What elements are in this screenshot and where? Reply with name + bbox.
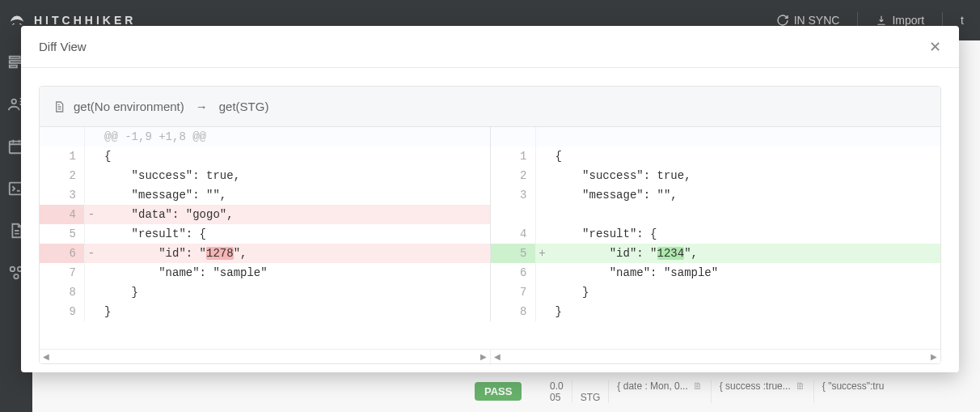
code-left: "success": true,: [98, 166, 490, 185]
code-left: }: [98, 302, 490, 321]
line-number-left: 8: [40, 282, 85, 302]
code-left: {: [98, 147, 490, 166]
diff-row: 8 }7 }: [40, 282, 940, 302]
file-icon: [53, 100, 65, 113]
diff-row: 6- "id": "1278",5+ "id": "1234",: [40, 244, 940, 263]
line-number-left: 7: [40, 263, 85, 282]
close-icon[interactable]: ✕: [929, 38, 941, 56]
diff-row: 9}8}: [40, 302, 940, 321]
code-right: }: [549, 282, 941, 302]
code-left: }: [98, 282, 490, 302]
diff-row: 7 "name": "sample"6 "name": "sample": [40, 263, 940, 282]
diff-sign: [85, 166, 98, 185]
line-number-right: 4: [491, 224, 536, 244]
diff-sign: [536, 185, 549, 205]
diff-sign: [536, 282, 549, 302]
code-right: "message": "",: [549, 185, 941, 205]
line-number-right: 6: [491, 263, 536, 282]
diff-sign: +: [536, 244, 549, 263]
diff-row: 4- "data": "gogo",: [40, 205, 940, 224]
diff-sign: [85, 185, 98, 205]
code-right: "result": {: [549, 224, 941, 244]
diff-sign: -: [85, 244, 98, 263]
line-number-left: 6: [40, 244, 85, 263]
diff-scrollbars[interactable]: ◀▶ ◀▶: [40, 349, 940, 363]
diff-sign: [536, 205, 549, 224]
line-number-right: 5: [491, 244, 536, 263]
line-number-left: 9: [40, 302, 85, 321]
arrow-icon: →: [196, 100, 208, 113]
line-number-left: 4: [40, 205, 85, 224]
diff-row: 5 "result": {4 "result": {: [40, 224, 940, 244]
line-number-right: 2: [491, 166, 536, 185]
line-number-right: 7: [491, 282, 536, 302]
diff-sign: [85, 127, 98, 147]
diff-row: 2 "success": true,2 "success": true,: [40, 166, 940, 185]
caption-left: get(No environment): [74, 100, 184, 113]
code-left: @@ -1,9 +1,8 @@: [98, 127, 490, 147]
diff-row: 3 "message": "",3 "message": "",: [40, 185, 940, 205]
scroll-left-icon[interactable]: ◀: [43, 352, 49, 361]
scroll-right-icon[interactable]: ▶: [931, 352, 937, 361]
caption-right: get(STG): [219, 100, 269, 113]
diff-caption: get(No environment) → get(STG): [40, 87, 940, 127]
diff-view-modal: Diff View ✕ get(No environment) → get(ST…: [21, 26, 959, 372]
code-left: "message": "",: [98, 185, 490, 205]
code-left: "name": "sample": [98, 263, 490, 282]
modal-body: get(No environment) → get(STG) @@ -1,9 +…: [21, 68, 959, 372]
code-right: {: [549, 147, 941, 166]
line-number-left: 5: [40, 224, 85, 244]
diff-row: 1{1{: [40, 147, 940, 166]
diff-grid[interactable]: @@ -1,9 +1,8 @@1{1{2 "success": true,2 "…: [40, 127, 940, 349]
code-right: "success": true,: [549, 166, 941, 185]
line-number-right: 3: [491, 185, 536, 205]
diff-sign: [536, 147, 549, 166]
line-number-right: 8: [491, 302, 536, 321]
diff-sign: -: [85, 205, 98, 224]
code-right: [549, 127, 941, 147]
line-number-right: [491, 205, 536, 224]
diff-sign: [85, 263, 98, 282]
line-number-right: [491, 127, 536, 147]
diff-sign: [536, 263, 549, 282]
line-number-left: 3: [40, 185, 85, 205]
diff-sign: [536, 127, 549, 147]
diff-sign: [536, 302, 549, 321]
line-number-left: 1: [40, 147, 85, 166]
modal-header: Diff View ✕: [21, 26, 959, 68]
diff-sign: [85, 224, 98, 244]
diff-sign: [85, 302, 98, 321]
diff-container: get(No environment) → get(STG) @@ -1,9 +…: [39, 86, 941, 364]
diff-row: @@ -1,9 +1,8 @@: [40, 127, 940, 147]
line-number-right: 1: [491, 147, 536, 166]
code-right: }: [549, 302, 941, 321]
code-left: "result": {: [98, 224, 490, 244]
scroll-right-icon[interactable]: ▶: [480, 352, 487, 361]
diff-sign: [536, 166, 549, 185]
diff-sign: [85, 147, 98, 166]
line-number-left: 2: [40, 166, 85, 185]
code-right: "id": "1234",: [549, 244, 941, 263]
code-right: [549, 205, 941, 224]
scroll-left-icon[interactable]: ◀: [494, 352, 501, 361]
code-left: "data": "gogo",: [98, 205, 490, 224]
line-number-left: [40, 127, 85, 147]
code-left: "id": "1278",: [98, 244, 490, 263]
code-right: "name": "sample": [549, 263, 941, 282]
modal-title: Diff View: [39, 40, 87, 53]
diff-sign: [85, 282, 98, 302]
diff-sign: [536, 224, 549, 244]
